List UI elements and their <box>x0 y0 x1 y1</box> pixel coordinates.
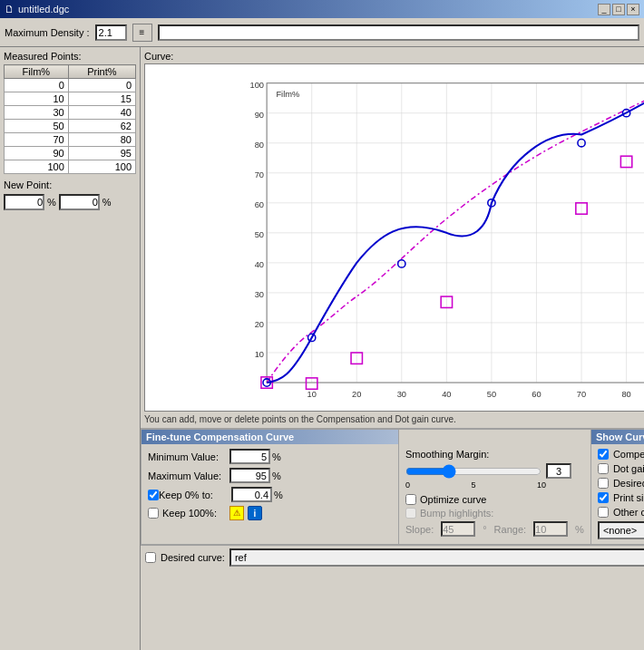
dotgain-curve-checkbox[interactable] <box>598 463 609 474</box>
svg-text:10: 10 <box>307 390 317 399</box>
table-row[interactable]: 3040 <box>5 106 136 120</box>
table-row[interactable]: 100100 <box>5 160 136 174</box>
svg-text:80: 80 <box>621 390 630 399</box>
toolbar-long-field <box>158 24 639 41</box>
range-unit: % <box>575 524 584 535</box>
table-row[interactable]: 7080 <box>5 133 136 147</box>
range-input: 10 <box>533 521 568 537</box>
keep100-label: Keep 100%: <box>162 508 226 519</box>
comp-curve-label: Compensation curve <box>613 449 644 460</box>
measured-points-table: Film% Print% 001015304050627080909510010… <box>4 64 136 174</box>
svg-text:60: 60 <box>255 200 264 209</box>
optimize-label: Optimize curve <box>420 494 486 505</box>
window-title: untitled.dgc <box>18 4 69 15</box>
curve-label: Curve: <box>144 51 644 62</box>
svg-text:30: 30 <box>397 390 406 399</box>
desired-curve-main-label: Desired curve: <box>161 552 225 563</box>
svg-text:20: 20 <box>352 390 361 399</box>
table-row[interactable]: 00 <box>5 79 136 92</box>
other-curve-checkbox[interactable] <box>598 507 609 518</box>
table-row[interactable]: 5062 <box>5 120 136 133</box>
slider-min: 0 <box>405 480 410 490</box>
show-curves-panel: Show Curves Compensation curve Dot gain … <box>591 429 644 545</box>
keep0-label: Keep 0% to: <box>159 490 231 500</box>
other-curve-label: Other curve <box>613 507 644 518</box>
svg-text:70: 70 <box>255 170 264 179</box>
keep0-checkbox[interactable] <box>148 490 159 500</box>
other-curve-select[interactable]: <none> <box>598 521 644 539</box>
curve-section: Curve: <box>141 47 644 428</box>
dotgain-curve-label: Dot gain curve <box>613 463 644 474</box>
col-film: Film% <box>5 65 69 79</box>
title-bar: 🗋 untitled.dgc _ □ × <box>0 0 644 18</box>
center-area: Curve: <box>141 47 644 650</box>
slider-mid: 5 <box>471 480 475 490</box>
print-sim-checkbox[interactable] <box>598 492 609 503</box>
table-row[interactable]: 9095 <box>5 147 136 160</box>
fine-tune-panel: Fine-tune Compensation Curve Minimum Val… <box>141 429 399 545</box>
max-value-input[interactable]: 95 <box>229 468 270 483</box>
left-panel: Measured Points: Film% Print% 0010153040… <box>0 47 141 650</box>
min-value-label: Minimum Value: <box>148 451 229 462</box>
info-icon[interactable]: i <box>248 506 262 520</box>
new-point-unit2: % <box>102 197 112 208</box>
svg-text:100: 100 <box>250 81 265 90</box>
svg-text:90: 90 <box>255 111 264 120</box>
range-label: Range: <box>494 524 526 535</box>
warning-icon: ⚠ <box>229 506 244 520</box>
slope-input: 45 <box>441 521 475 537</box>
toolbar: Maximum Density : 2.1 ≡ <box>0 18 644 47</box>
new-point-input1[interactable]: 0 <box>4 194 44 210</box>
bump-checkbox[interactable] <box>405 508 416 519</box>
desired-curve-row: Desired curve: ref <box>141 545 644 569</box>
svg-text:40: 40 <box>255 260 264 269</box>
chart-hint: You can add, move or delete points on th… <box>144 414 644 424</box>
max-value-label: Maximum Value: <box>148 471 229 481</box>
optimize-checkbox[interactable] <box>405 494 416 505</box>
new-point-section: New Point: 0 % 0 % <box>4 179 136 210</box>
smoothing-label: Smoothing Margin: <box>405 449 584 460</box>
fine-tune-title: Fine-tune Compensation Curve <box>141 430 398 444</box>
min-unit: % <box>272 451 281 462</box>
desired-curve-label-sc: Desired curve <box>613 478 644 489</box>
table-row[interactable]: 1015 <box>5 92 136 106</box>
smoothing-panel: . Smoothing Margin: 3 0 5 10 Optimize cu <box>399 429 591 545</box>
max-density-label: Maximum Density : <box>5 27 90 38</box>
svg-text:80: 80 <box>255 141 264 150</box>
print-sim-label: Print simulation <box>613 492 644 503</box>
keep0-input[interactable]: 0.4 <box>231 487 272 502</box>
svg-text:60: 60 <box>532 390 541 399</box>
close-button[interactable]: × <box>627 4 639 15</box>
svg-text:50: 50 <box>255 230 264 239</box>
svg-text:40: 40 <box>442 390 451 399</box>
chart-container[interactable]: 100 90 80 70 60 50 40 30 20 10 10 20 30 … <box>144 63 644 412</box>
app-icon: 🗋 <box>5 4 15 15</box>
slider-max: 10 <box>537 480 546 490</box>
desired-curve-main-checkbox[interactable] <box>145 552 156 563</box>
keep100-checkbox[interactable] <box>148 508 159 519</box>
max-density-input[interactable]: 2.1 <box>95 24 127 41</box>
svg-text:Film%: Film% <box>276 90 299 99</box>
svg-text:10: 10 <box>255 350 264 359</box>
new-point-unit1: % <box>47 197 56 208</box>
max-unit: % <box>272 471 281 481</box>
density-icon-button[interactable]: ≡ <box>132 24 152 42</box>
slope-label: Slope: <box>405 524 434 535</box>
bump-label: Bump highlights: <box>420 508 493 519</box>
maximize-button[interactable]: □ <box>612 4 625 15</box>
desired-curve-checkbox[interactable] <box>598 478 609 489</box>
min-value-input[interactable]: 5 <box>229 449 270 464</box>
desired-curve-main-select[interactable]: ref <box>229 548 644 567</box>
main-area: Measured Points: Film% Print% 0010153040… <box>0 47 644 650</box>
new-point-label: New Point: <box>4 179 136 190</box>
new-point-input2[interactable]: 0 <box>59 194 100 210</box>
slope-unit: ° <box>483 524 486 535</box>
bottom-row: Fine-tune Compensation Curve Minimum Val… <box>141 428 644 545</box>
smoothing-slider[interactable] <box>405 464 542 479</box>
comp-curve-checkbox[interactable] <box>598 449 609 460</box>
chart-svg: 100 90 80 70 60 50 40 30 20 10 10 20 30 … <box>145 64 644 411</box>
keep0-unit: % <box>274 490 283 500</box>
svg-text:70: 70 <box>577 390 586 399</box>
minimize-button[interactable]: _ <box>598 4 610 15</box>
show-curves-title: Show Curves <box>591 430 644 444</box>
